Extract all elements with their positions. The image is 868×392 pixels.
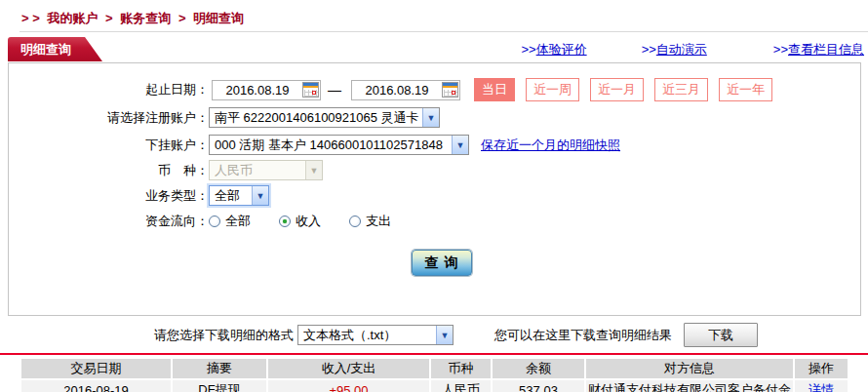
detail-link[interactable]: 详情 xyxy=(809,382,834,392)
chevron-down-icon[interactable]: ▼ xyxy=(436,326,453,344)
cell-action: 详情 xyxy=(793,378,848,392)
query-form: 起止日期： 2016.08.19 — 2016.08.19 当日 近一周 近一月… xyxy=(8,62,861,316)
date-from-value: 2016.08.19 xyxy=(213,83,302,98)
calendar-icon[interactable] xyxy=(442,82,458,98)
link-arrow: >> xyxy=(521,42,535,57)
table-row: 2016-08-19 DF提现 +95.00 人民币 537.03 财付通支付科… xyxy=(21,378,848,392)
currency-select-disabled: 人民币 ▼ xyxy=(209,160,323,180)
link-view-column-info[interactable]: >>查看栏目信息 xyxy=(773,41,864,59)
page: > > 我的账户 > 账务查询 > 明细查询 明细查询 >>体验评价 >>自动演… xyxy=(0,0,868,392)
registered-account-value: 南平 6222001406100921065 灵通卡 xyxy=(210,109,419,127)
quick-range-week-button[interactable]: 近一周 xyxy=(526,78,579,101)
tab-detail-query[interactable]: 明细查询 xyxy=(8,37,102,61)
snapshot-link[interactable]: 保存近一个月的明细快照 xyxy=(481,137,620,154)
calendar-day-mark xyxy=(312,91,316,95)
link-arrow: >> xyxy=(642,42,656,57)
registered-account-select[interactable]: 南平 6222001406100921065 灵通卡 ▼ xyxy=(209,107,440,128)
header-links: >>体验评价 >>自动演示 >>查看栏目信息 xyxy=(521,41,864,59)
calendar-icon[interactable] xyxy=(302,82,319,98)
breadcrumb: > > 我的账户 > 账务查询 > 明细查询 xyxy=(0,0,868,31)
currency-row: 币 种： 人民币 ▼ xyxy=(9,160,854,180)
link-label: 查看栏目信息 xyxy=(788,42,864,57)
download-format-value: 文本格式（.txt） xyxy=(298,327,396,344)
date-to-input[interactable]: 2016.08.19 xyxy=(351,80,460,100)
currency-value: 人民币 xyxy=(210,162,253,179)
cell-amount: +95.00 xyxy=(266,378,429,392)
business-type-value: 全部 xyxy=(210,187,240,205)
cell-currency: 人民币 xyxy=(429,378,491,392)
divider xyxy=(20,31,868,32)
date-from-input[interactable]: 2016.08.19 xyxy=(212,80,321,100)
fund-flow-label: 资金流向： xyxy=(9,213,209,230)
registered-account-row: 请选择注册账户： 南平 6222001406100921065 灵通卡 ▼ xyxy=(9,107,854,128)
download-button[interactable]: 下载 xyxy=(684,323,758,347)
breadcrumb-separator: > xyxy=(105,11,113,25)
col-amount: 收入/支出 xyxy=(266,359,429,378)
table-top-rule xyxy=(0,353,868,355)
link-label: 自动演示 xyxy=(656,42,707,57)
date-range-label: 起止日期： xyxy=(9,81,209,98)
calendar-day-mark xyxy=(452,91,455,95)
col-action: 操作 xyxy=(793,359,848,378)
col-summary: 摘要 xyxy=(171,359,266,378)
col-balance: 余额 xyxy=(491,359,584,378)
query-button[interactable]: 查 询 xyxy=(412,250,472,276)
flow-option-all[interactable]: 全部 xyxy=(209,213,251,230)
cell-balance: 537.03 xyxy=(491,378,584,392)
table-header-row: 交易日期 摘要 收入/支出 币种 余额 对方信息 操作 xyxy=(21,359,848,378)
col-trade-date: 交易日期 xyxy=(21,359,171,378)
breadcrumb-separator: > xyxy=(178,11,186,25)
quick-range-month-button[interactable]: 近一月 xyxy=(590,78,644,101)
link-auto-demo[interactable]: >>自动演示 xyxy=(642,41,707,59)
quick-range-today-button[interactable]: 当日 xyxy=(474,78,515,101)
chevron-down-icon[interactable]: ▼ xyxy=(252,186,268,205)
breadcrumb-item-detail-query[interactable]: 明细查询 xyxy=(193,11,244,25)
sub-account-label: 下挂账户： xyxy=(9,137,209,154)
link-label: 体验评价 xyxy=(536,42,587,57)
currency-label: 币 种： xyxy=(9,162,209,179)
date-range-row: 起止日期： 2016.08.19 — 2016.08.19 当日 近一周 近一月… xyxy=(9,78,854,101)
fund-flow-row: 资金流向： 全部 收入 支出 xyxy=(9,213,854,230)
chevron-down-icon[interactable]: ▼ xyxy=(452,136,468,154)
section-header: 明细查询 >>体验评价 >>自动演示 >>查看栏目信息 xyxy=(0,37,868,62)
cell-trade-date: 2016-08-19 xyxy=(21,378,171,392)
quick-range-year-button[interactable]: 近一年 xyxy=(719,78,772,101)
col-counterparty: 对方信息 xyxy=(584,359,793,378)
chevron-down-icon[interactable]: ▼ xyxy=(422,108,439,127)
flow-option-expense[interactable]: 支出 xyxy=(349,213,391,230)
date-separator: — xyxy=(328,82,341,98)
cell-summary: DF提现 xyxy=(171,378,266,392)
link-arrow: >> xyxy=(773,42,788,57)
flow-option-expense-label: 支出 xyxy=(366,213,391,230)
download-format-select[interactable]: 文本格式（.txt） ▼ xyxy=(297,325,454,345)
flow-option-all-label: 全部 xyxy=(225,213,251,230)
date-to-value: 2016.08.19 xyxy=(352,83,442,98)
col-currency: 币种 xyxy=(429,359,491,378)
chevron-down-icon: ▼ xyxy=(305,161,322,179)
sub-account-select[interactable]: 000 活期 基本户 1406600101102571848 ▼ xyxy=(209,135,469,155)
cell-counterparty: 财付通支付科技有限公司客户备付金 xyxy=(584,378,793,392)
radio-selected-icon[interactable] xyxy=(279,216,291,227)
flow-option-income-label: 收入 xyxy=(296,213,321,230)
download-hint: 您可以在这里下载查询明细结果 xyxy=(494,327,672,344)
results-table: 交易日期 摘要 收入/支出 币种 余额 对方信息 操作 2016-08-19 D… xyxy=(21,359,848,392)
download-row: 请您选择下载明细的格式 文本格式（.txt） ▼ 您可以在这里下载查询明细结果 … xyxy=(0,323,868,347)
link-experience-rating[interactable]: >>体验评价 xyxy=(521,41,586,59)
sub-account-value: 000 活期 基本户 1406600101102571848 xyxy=(210,137,443,154)
business-type-select[interactable]: 全部 ▼ xyxy=(209,185,269,206)
quick-range-quarter-button[interactable]: 近三月 xyxy=(654,78,708,101)
breadcrumb-item-account-query[interactable]: 账务查询 xyxy=(120,11,171,25)
radio-icon[interactable] xyxy=(349,216,361,227)
sub-account-row: 下挂账户： 000 活期 基本户 1406600101102571848 ▼ 保… xyxy=(9,135,854,155)
download-format-label: 请您选择下载明细的格式 xyxy=(154,327,294,344)
breadcrumb-item-my-account[interactable]: 我的账户 xyxy=(47,11,98,25)
business-type-row: 业务类型： 全部 ▼ xyxy=(9,185,854,206)
breadcrumb-prefix: > > xyxy=(21,11,40,25)
radio-icon[interactable] xyxy=(209,216,220,227)
registered-account-label: 请选择注册账户： xyxy=(9,109,209,127)
business-type-label: 业务类型： xyxy=(9,187,209,205)
flow-option-income[interactable]: 收入 xyxy=(279,213,321,230)
